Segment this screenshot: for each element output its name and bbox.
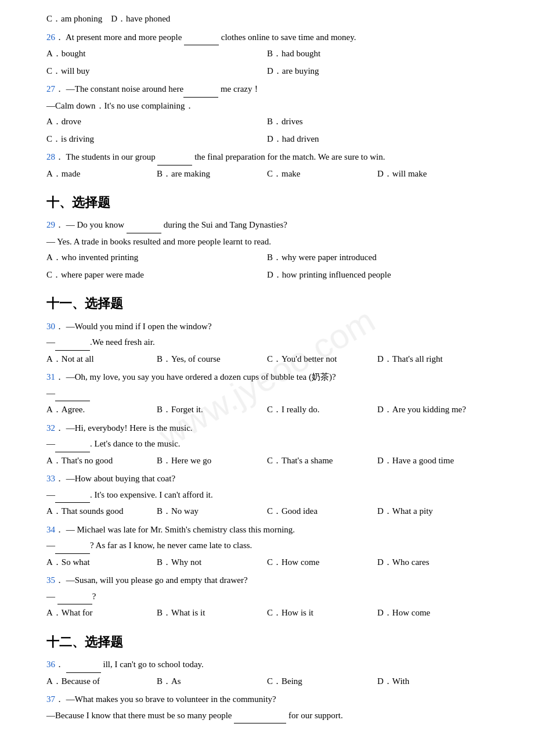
q29-num: 29 xyxy=(46,220,55,229)
q27-optD: D．had driven xyxy=(267,132,488,147)
q31-num: 31 xyxy=(46,372,55,381)
q28-options-row: A．made B．are making C．make D．will make xyxy=(46,167,488,182)
q26-optC: C．will buy xyxy=(46,64,267,79)
section-10-title: 十、选择题 xyxy=(46,192,488,213)
q31-optA: A．Agree. xyxy=(46,402,157,417)
q28-optC: C．make xyxy=(267,167,377,182)
section-11-title: 十一、选择题 xyxy=(46,293,488,314)
q32-num: 32 xyxy=(46,423,55,433)
q29-blank xyxy=(127,218,161,233)
q32-optC: C．That's a shame xyxy=(267,453,377,469)
q33-dialog1: —How about buying that coat? xyxy=(66,474,175,483)
q36-optA: A．Because of xyxy=(46,674,157,689)
q27-options-row1: A．drove B．drives xyxy=(46,114,488,129)
q34-dialog2: — ? As far as I know, he never came late… xyxy=(46,538,488,554)
q34-num: 34 xyxy=(46,525,55,534)
q36-text: ill, I can't go to school today. xyxy=(66,660,204,669)
q34-optC: C．How come xyxy=(267,555,377,570)
q36-optD: D．With xyxy=(377,674,488,689)
q27-optC: C．is driving xyxy=(46,132,267,147)
q26-options-row1: A．bought B．had bought xyxy=(46,46,488,62)
q29-optA: A．who invented printing xyxy=(46,250,267,265)
q36-optB: B．As xyxy=(157,674,267,689)
q32-optB: B．Here we go xyxy=(157,453,267,469)
q26-optB: B．had bought xyxy=(267,46,488,62)
q31-blank xyxy=(55,386,90,402)
top-options: C．am phoning D．have phoned xyxy=(46,12,488,27)
q34-optA: A．So what xyxy=(46,555,157,570)
q30-blank xyxy=(55,335,90,351)
q35-optC: C．How is it xyxy=(267,606,377,621)
question-34: 34． — Michael was late for Mr. Smith's c… xyxy=(46,523,488,570)
question-32: 32． —Hi, everybody! Here is the music. —… xyxy=(46,421,488,469)
q26-options-row2: C．will buy D．are buying xyxy=(46,64,488,79)
q34-options-row: A．So what B．Why not C．How come D．Who car… xyxy=(46,555,488,570)
q26-blank xyxy=(184,30,219,46)
q33-num: 33 xyxy=(46,474,55,483)
q35-dialog1: —Susan, will you please go and empty tha… xyxy=(66,575,248,585)
q26-optD: D．are buying xyxy=(267,64,488,79)
q26-num: 26 xyxy=(46,33,55,42)
q29-options-row1: A．who invented printing B．why were paper… xyxy=(46,250,488,265)
question-30: 30． —Would you mind if I open the window… xyxy=(46,319,488,367)
q34-optB: B．Why not xyxy=(157,555,267,570)
q36-blank xyxy=(66,657,101,673)
question-26: 26． At present more and more people clot… xyxy=(46,30,488,79)
q33-optC: C．Good idea xyxy=(267,504,377,519)
question-31: 31． —Oh, my love, you say you have order… xyxy=(46,370,488,417)
q37-blank xyxy=(234,708,286,724)
q30-num: 30 xyxy=(46,322,55,331)
q31-optD: D．Are you kidding me? xyxy=(377,402,488,417)
q32-options-row: A．That's no good B．Here we go C．That's a… xyxy=(46,453,488,469)
q30-dialog2: — .We need fresh air. xyxy=(46,335,488,351)
q27-optA: A．drove xyxy=(46,114,267,129)
q36-options-row: A．Because of B．As C．Being D．With xyxy=(46,674,488,689)
q31-optC: C．I really do. xyxy=(267,402,377,417)
q32-optD: D．Have a good time xyxy=(377,453,488,469)
q33-options-row: A．That sounds good B．No way C．Good idea … xyxy=(46,504,488,519)
q36-num: 36 xyxy=(46,660,55,669)
q30-dialog1: —Would you mind if I open the window? xyxy=(66,322,212,331)
q34-optD: D．Who cares xyxy=(377,555,488,570)
question-28: 28． The students in our group the final … xyxy=(46,150,488,181)
q35-optB: B．What is it xyxy=(157,606,267,621)
q30-optA: A．Not at all xyxy=(46,352,157,367)
q35-options-row: A．What for B．What is it C．How is it D．Ho… xyxy=(46,606,488,621)
q29-dialog1: — Do you know during the Sui and Tang Dy… xyxy=(66,220,287,229)
top-cd-line: C．am phoning D．have phoned xyxy=(46,12,488,27)
q35-optD: D．How come xyxy=(377,606,488,621)
page-content: C．am phoning D．have phoned 26． At presen… xyxy=(46,12,488,723)
q28-optA: A．made xyxy=(46,167,157,182)
q32-dialog1: —Hi, everybody! Here is the music. xyxy=(66,423,193,433)
q27-options-row2: C．is driving D．had driven xyxy=(46,132,488,147)
q33-optA: A．That sounds good xyxy=(46,504,157,519)
q31-dialog2: — xyxy=(46,386,488,402)
q29-optD: D．how printing influenced people xyxy=(267,268,488,283)
q28-optD: D．will make xyxy=(377,167,488,182)
q29-dialog2: — Yes. A trade in books resulted and mor… xyxy=(46,235,488,250)
question-29: 29． — Do you know during the Sui and Tan… xyxy=(46,218,488,282)
q35-dialog2: — ? xyxy=(46,589,488,605)
question-37: 37． —What makes you so brave to voluntee… xyxy=(46,692,488,723)
q28-blank xyxy=(157,150,192,165)
q26-text: At present more and more people clothes … xyxy=(66,33,356,42)
q33-dialog2: — . It's too expensive. I can't afford i… xyxy=(46,488,488,503)
q36-optC: C．Being xyxy=(267,674,377,689)
q29-optB: B．why were paper introduced xyxy=(267,250,488,265)
q32-optA: A．That's no good xyxy=(46,453,157,469)
q28-text: The students in our group the final prep… xyxy=(66,152,385,161)
question-35: 35． —Susan, will you please go and empty… xyxy=(46,573,488,621)
q27-dialog2: —Calm down．It's no use complaining． xyxy=(46,99,488,114)
q33-optD: D．What a pity xyxy=(377,504,488,519)
q37-num: 37 xyxy=(46,694,55,704)
q35-optA: A．What for xyxy=(46,606,157,621)
q32-dialog2: — . Let's dance to the music. xyxy=(46,437,488,452)
q28-optB: B．are making xyxy=(157,167,267,182)
q27-blank xyxy=(183,82,218,98)
q27-optB: B．drives xyxy=(267,114,488,129)
q29-options-row2: C．where paper were made D．how printing i… xyxy=(46,268,488,283)
q27-dialog1: —The constant noise around here me crazy… xyxy=(66,84,261,93)
question-33: 33． —How about buying that coat? — . It'… xyxy=(46,471,488,519)
q35-num: 35 xyxy=(46,575,55,585)
q30-options-row: A．Not at all B．Yes, of course C．You'd be… xyxy=(46,352,488,367)
